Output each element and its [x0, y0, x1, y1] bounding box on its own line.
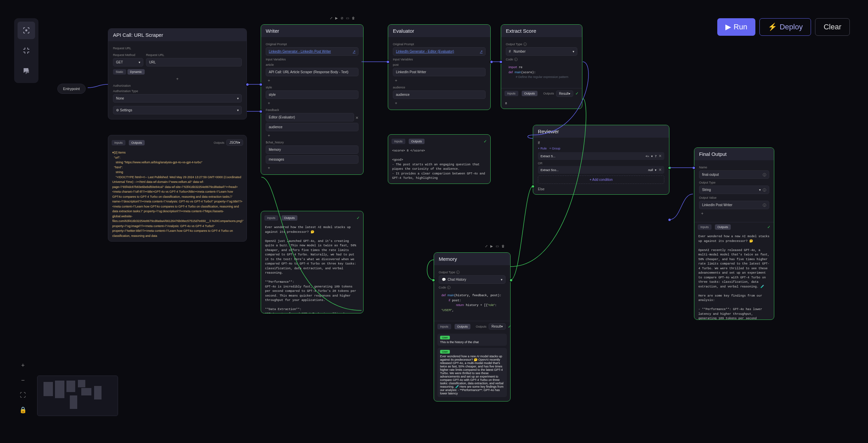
ch-messages[interactable]: messages — [266, 155, 358, 164]
add-rule[interactable]: + Rule — [538, 147, 547, 150]
fb-editor[interactable]: Editor (Evaluator) — [266, 113, 354, 121]
code-tool[interactable] — [18, 42, 35, 59]
lock-view[interactable]: 🔒 — [17, 404, 29, 416]
delete-icon[interactable]: 🗑 — [352, 16, 355, 20]
info-icon[interactable]: i — [763, 173, 766, 176]
run-button[interactable]: ▶Run — [717, 18, 755, 36]
condition-row[interactable]: Extract Sco... null▾ ✕ — [538, 166, 664, 174]
node-memory[interactable]: Memory Output Typei 💬 Chat History▾ Code… — [434, 252, 511, 402]
add-field[interactable]: + — [113, 76, 242, 82]
method-select[interactable]: GET▾ — [113, 58, 143, 66]
url-input[interactable]: URL — [146, 58, 242, 66]
prompt-link[interactable]: LinkedIn Generator - LinkedIn Post Write… — [266, 47, 358, 56]
port[interactable] — [490, 60, 493, 64]
expand-icon[interactable]: ⤢ — [485, 244, 488, 248]
ch-memory[interactable]: Memory — [266, 145, 358, 154]
result-select[interactable]: Result ▾ — [556, 90, 573, 97]
add-fb[interactable]: + — [266, 133, 358, 139]
inputs-tab[interactable]: Inputs — [504, 91, 518, 96]
outputs-tab[interactable]: Outputs — [715, 224, 731, 230]
remove-icon[interactable]: ✕ — [659, 154, 662, 158]
port[interactable] — [386, 60, 390, 64]
play-icon[interactable]: ▶ — [490, 244, 493, 248]
add-ch[interactable]: + — [266, 165, 358, 171]
deploy-button[interactable]: ⚡Deploy — [759, 18, 811, 36]
code-editor[interactable]: def main(history, feedback, post): if po… — [439, 290, 505, 315]
final-val[interactable]: LinkedIn Post Writeri — [699, 201, 769, 209]
fit-view[interactable]: ⛶ — [17, 389, 29, 401]
info-icon[interactable]: i — [514, 58, 518, 61]
static-tab[interactable]: Static — [113, 69, 126, 75]
port[interactable] — [668, 166, 671, 170]
var-aud[interactable]: audience — [393, 90, 486, 99]
port[interactable] — [259, 83, 263, 86]
node-extract[interactable]: Extract Score Output Typei # Number▾ Cod… — [501, 24, 582, 109]
outputs-tab[interactable]: Outputs — [409, 139, 425, 144]
add-var[interactable]: + — [266, 100, 358, 106]
code-editor[interactable]: import redef main(score): # Define the r… — [506, 62, 577, 83]
final-name[interactable]: final-outputi — [699, 170, 769, 179]
add-var[interactable]: + — [393, 100, 486, 106]
node-final[interactable]: Final Output Name final-outputi Output T… — [694, 147, 774, 320]
settings-toggle[interactable]: ⚙ Settings▾ — [113, 106, 242, 114]
port[interactable] — [432, 278, 435, 282]
node-writer[interactable]: Writer Original Prompt LinkedIn Generato… — [261, 24, 364, 175]
port[interactable] — [245, 83, 249, 86]
add-var[interactable]: + — [266, 78, 358, 84]
clear-button[interactable]: Clear — [815, 18, 850, 36]
inputs-tab[interactable]: Inputs — [112, 140, 125, 145]
info-icon[interactable]: i — [763, 203, 766, 207]
condition-row[interactable]: Extract S... <=▾ 7 ✕ — [538, 152, 664, 160]
remove-icon[interactable]: ✕ — [659, 168, 662, 172]
outputs-tab[interactable]: Outputs — [455, 324, 471, 329]
port[interactable] — [259, 110, 263, 113]
fb-audience[interactable]: audience — [266, 123, 358, 131]
zoom-out[interactable]: − — [17, 374, 29, 386]
port[interactable] — [668, 218, 671, 222]
out-type-select[interactable]: # Number▾ — [506, 47, 577, 56]
node-evaluator[interactable]: Evaluator Original Prompt LinkedIn Gener… — [388, 24, 491, 110]
output-format[interactable]: JSON ▾ — [226, 139, 243, 146]
var-article[interactable]: API Call: URL Article Scraper (Response … — [266, 68, 358, 76]
info-icon[interactable]: i — [763, 188, 766, 192]
chat-tool[interactable] — [18, 62, 35, 80]
out-type-select[interactable]: 💬 Chat History▾ — [439, 275, 505, 284]
prompt-link[interactable]: LinkedIn Generator - Editor (Evaluator)↗ — [393, 47, 486, 56]
inputs-tab[interactable]: Inputs — [392, 139, 405, 144]
copy-icon[interactable]: ▭ — [496, 244, 499, 248]
add-var[interactable]: + — [393, 78, 486, 84]
expand-icon[interactable]: ⤢ — [330, 16, 332, 20]
outputs-tab[interactable]: Outputs — [282, 215, 298, 221]
inputs-tab[interactable]: Inputs — [698, 224, 712, 230]
result-select[interactable]: Result ▾ — [489, 323, 506, 330]
add-output[interactable]: + — [699, 211, 769, 217]
select-tool[interactable] — [18, 22, 35, 39]
add-condition[interactable]: + Add condition — [538, 175, 664, 184]
inputs-tab[interactable]: Inputs — [264, 215, 278, 221]
var-post[interactable]: LinkedIn Post Writer — [393, 68, 486, 76]
info-icon[interactable]: i — [456, 271, 460, 274]
info-icon[interactable]: i — [523, 43, 527, 46]
port[interactable] — [499, 60, 503, 64]
copy-icon[interactable]: ▭ — [346, 16, 349, 20]
entrypoint-node[interactable]: Entrypoint — [57, 84, 86, 94]
stop-icon[interactable]: ⊘ — [341, 16, 343, 20]
port[interactable] — [531, 185, 535, 188]
node-reviewer[interactable]: Reviewer If + Rule + Group Extract S... … — [533, 125, 669, 195]
delete-icon[interactable]: 🗑 — [501, 244, 505, 248]
outputs-tab[interactable]: Outputs — [522, 91, 538, 96]
minimap[interactable] — [37, 376, 118, 416]
info-icon[interactable]: i — [447, 286, 451, 289]
zoom-in[interactable]: + — [17, 359, 29, 371]
add-group[interactable]: + Group — [549, 147, 560, 150]
play-icon[interactable]: ▶ — [335, 16, 338, 20]
outputs-tab[interactable]: Outputs — [129, 140, 145, 145]
remove-icon[interactable]: ✕ — [355, 116, 358, 120]
auth-select[interactable]: None▾ — [113, 94, 242, 103]
dynamic-tab[interactable]: Dynamic — [127, 69, 145, 75]
inputs-tab[interactable]: Inputs — [437, 324, 451, 329]
port[interactable] — [692, 166, 696, 170]
port[interactable] — [509, 278, 513, 282]
node-api-call[interactable]: API Call: URL Scraper Request URL Reques… — [108, 28, 247, 119]
final-type[interactable]: String▾ i — [699, 186, 769, 194]
